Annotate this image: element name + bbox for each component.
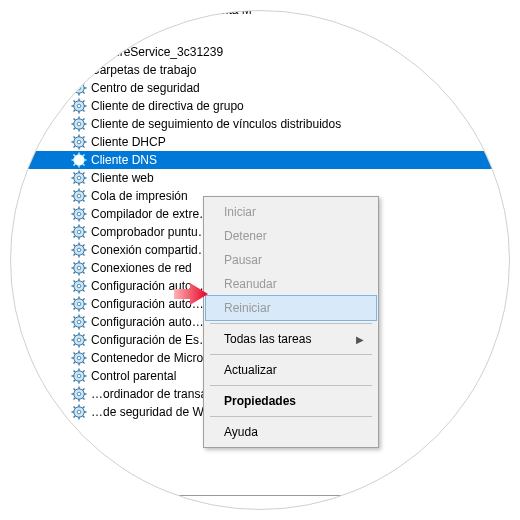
service-label: Comprobador puntu…	[91, 225, 210, 239]
gear-icon	[71, 386, 87, 402]
gear-icon	[71, 314, 87, 330]
gear-icon	[71, 350, 87, 366]
service-row[interactable]: Centro de seguridad	[10, 79, 510, 97]
service-label: Cliente de directiva de grupo	[91, 99, 244, 113]
gear-icon	[71, 368, 87, 384]
menu-item-resume[interactable]: Reanudar	[206, 272, 376, 296]
service-label: Cola de impresión	[91, 189, 188, 203]
gear-icon	[71, 98, 87, 114]
service-row[interactable]: Cliente de seguimiento de vínculos distr…	[10, 115, 510, 133]
service-row[interactable]: Cliente web	[10, 169, 510, 187]
service-label: Cliente web	[91, 171, 154, 185]
menu-item-pause[interactable]: Pausar	[206, 248, 376, 272]
service-label: Configuración de Es…	[91, 333, 211, 347]
service-row[interactable]: Cliente DNS	[10, 151, 510, 169]
menu-item-start[interactable]: Iniciar	[206, 200, 376, 224]
viewport-circle: de sesión de cuenta M … SNMP…ptureServic…	[10, 10, 510, 510]
service-label: Cliente DNS	[91, 153, 157, 167]
service-label: Configuración auto…	[91, 315, 204, 329]
menu-separator	[210, 385, 372, 386]
service-row[interactable]: … SNMP	[10, 25, 510, 43]
service-label: Control parental	[91, 369, 176, 383]
gear-icon	[71, 134, 87, 150]
service-row[interactable]: Cliente de directiva de grupo	[10, 97, 510, 115]
gear-icon	[71, 332, 87, 348]
menu-item-restart[interactable]: Reiniciar	[206, 296, 376, 320]
gear-icon	[71, 278, 87, 294]
context-menu: Iniciar Detener Pausar Reanudar Reinicia…	[203, 196, 379, 448]
gear-icon	[71, 404, 87, 420]
gear-icon	[71, 170, 87, 186]
menu-separator	[210, 354, 372, 355]
gear-icon	[71, 26, 87, 42]
gear-icon	[71, 260, 87, 276]
menu-item-all-tasks[interactable]: Todas las tareas ▶	[206, 327, 376, 351]
service-label: Conexión compartid…	[91, 243, 210, 257]
menu-item-help[interactable]: Ayuda	[206, 420, 376, 444]
service-row[interactable]: …ptureService_3c31239	[10, 43, 510, 61]
service-label: Carpetas de trabajo	[91, 63, 196, 77]
service-row[interactable]: Carpetas de trabajo	[10, 61, 510, 79]
gear-icon	[71, 242, 87, 258]
service-label: Cliente de seguimiento de vínculos distr…	[91, 117, 341, 131]
service-label: Cliente DHCP	[91, 135, 166, 149]
gear-icon	[71, 206, 87, 222]
gear-icon	[71, 116, 87, 132]
service-label: Configuración auto…	[91, 297, 204, 311]
menu-item-label: Todas las tareas	[224, 332, 311, 346]
gear-icon	[71, 224, 87, 240]
menu-item-stop[interactable]: Detener	[206, 224, 376, 248]
menu-item-refresh[interactable]: Actualizar	[206, 358, 376, 382]
divider	[71, 495, 510, 496]
service-label: Centro de seguridad	[91, 81, 200, 95]
gear-icon	[71, 152, 87, 168]
chevron-right-icon: ▶	[356, 334, 364, 345]
menu-separator	[210, 323, 372, 324]
gear-icon	[71, 188, 87, 204]
service-row[interactable]: Cliente DHCP	[10, 133, 510, 151]
gear-icon	[71, 62, 87, 78]
service-label: Compilador de extre…	[91, 207, 211, 221]
gear-icon	[71, 44, 87, 60]
column-header: de sesión de cuenta M	[10, 10, 510, 19]
service-label: …ptureService_3c31239	[91, 45, 223, 59]
gear-icon	[71, 80, 87, 96]
gear-icon	[71, 296, 87, 312]
service-label: Conexiones de red	[91, 261, 192, 275]
service-label: … SNMP	[91, 27, 141, 41]
menu-item-properties[interactable]: Propiedades	[206, 389, 376, 413]
menu-separator	[210, 416, 372, 417]
